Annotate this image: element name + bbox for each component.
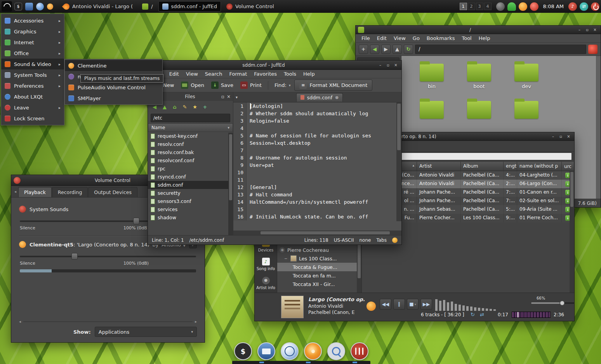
menu-item[interactable]: Office ▸ <box>1 48 64 59</box>
file-row[interactable]: services <box>148 205 233 213</box>
submenu-item[interactable]: PulseAudio Volume Control <box>65 82 162 93</box>
folder-item[interactable] <box>419 101 444 119</box>
menu-item[interactable]: File <box>358 34 373 42</box>
horizontal-scrollbar[interactable] <box>233 231 401 235</box>
submenu-item[interactable]: Clementine <box>65 60 162 71</box>
column-length[interactable]: engt <box>504 162 517 171</box>
menu-item[interactable]: Help <box>300 70 318 78</box>
folder-item[interactable]: bin <box>419 64 444 89</box>
files-path-input[interactable] <box>151 114 230 122</box>
file-row[interactable]: resolv.conf <box>148 140 233 148</box>
taskbar-button[interactable]: Antonio Vivaldi - Largo ( <box>59 1 137 12</box>
vertical-scrollbar[interactable] <box>396 102 401 221</box>
tab-artist-info[interactable]: ⊗ Artist info <box>255 274 277 293</box>
folder-item[interactable]: dev <box>514 64 539 89</box>
tab-list-icon[interactable]: ▾ <box>236 95 238 99</box>
menu-item[interactable]: Tools <box>280 70 300 78</box>
close-button[interactable]: × <box>393 62 399 68</box>
dock-file-manager-icon[interactable] <box>257 342 275 360</box>
menu-item[interactable]: Favorites <box>250 70 280 78</box>
menu-item[interactable]: Leave ▸ <box>1 102 64 113</box>
close-panel-icon[interactable]: × <box>227 94 231 99</box>
back-button[interactable]: ◀ <box>370 45 379 54</box>
menu-item[interactable]: Sound & Video ▸ <box>1 59 64 69</box>
folder-item[interactable]: boot <box>467 64 492 89</box>
file-row[interactable]: request-key.conf <box>148 132 233 140</box>
tray-globe-icon[interactable] <box>496 2 505 11</box>
menu-item[interactable]: Search <box>201 70 226 78</box>
browser-launcher-icon[interactable] <box>36 3 44 10</box>
volume-slider[interactable] <box>531 302 575 304</box>
menu-item[interactable]: Format <box>226 70 250 78</box>
menu-item[interactable]: Internet ▸ <box>1 37 64 48</box>
dock-browser-icon[interactable] <box>281 342 299 360</box>
workspace-button[interactable]: 1 <box>460 3 467 10</box>
clipboard-sync-tray-icon[interactable]: ⇄ <box>580 2 588 11</box>
taskbar-button[interactable]: / <box>138 1 156 12</box>
close-button[interactable]: × <box>592 27 598 33</box>
column-filename[interactable]: name (without p <box>517 162 562 171</box>
slider-knob[interactable] <box>133 218 139 224</box>
column-artist[interactable]: Artist <box>417 162 461 171</box>
print-button[interactable]: ▭ Print <box>237 80 265 90</box>
app-menu-button[interactable] <box>2 1 12 12</box>
scrollbar[interactable] <box>570 171 574 293</box>
next-button[interactable]: ▶▶ <box>420 299 432 310</box>
dock-float-icon[interactable]: ▫ <box>221 94 224 99</box>
slider-knob[interactable] <box>71 253 78 260</box>
scroll-left-icon[interactable]: ◂ <box>19 319 21 324</box>
minimize-button[interactable]: – <box>377 62 384 68</box>
menu-item[interactable]: View <box>182 70 201 78</box>
scrollbar[interactable] <box>596 56 601 199</box>
workspace-button[interactable]: 2 <box>468 3 475 10</box>
root-indicator-icon[interactable] <box>588 45 598 54</box>
volume-tray-icon[interactable]: ♪ <box>568 2 577 11</box>
close-button[interactable]: × <box>565 133 572 139</box>
maximize-button[interactable]: ▫ <box>558 133 564 139</box>
home-icon[interactable]: ⌂ <box>171 103 178 110</box>
file-row[interactable]: resolvconf.conf <box>148 156 233 165</box>
tab-playback[interactable]: Playback <box>18 187 52 197</box>
column-album[interactable]: Album <box>461 162 504 171</box>
menu-item[interactable]: Go <box>409 34 423 42</box>
music-launcher-icon[interactable] <box>47 3 53 10</box>
seek-bar[interactable] <box>512 312 551 318</box>
file-row[interactable]: resolv.conf.bak <box>148 148 233 156</box>
scrollbar[interactable] <box>228 133 233 235</box>
stop-button[interactable]: ■▾ <box>407 299 419 310</box>
refresh-button[interactable]: ↻ <box>404 45 413 54</box>
close-tab-icon[interactable]: ⊗ <box>335 95 339 100</box>
pause-button[interactable]: ‖ <box>393 299 405 310</box>
previous-button[interactable]: ◀◀ <box>380 299 391 310</box>
tab-recording[interactable]: Recording <box>52 187 88 197</box>
minimize-button[interactable]: – <box>550 133 556 139</box>
editor-tab[interactable]: sddm.conf ⊗ <box>296 93 343 102</box>
menu-item[interactable]: Preferences ▸ <box>1 80 64 91</box>
file-row[interactable]: sddm.conf <box>148 181 233 189</box>
workspace-button[interactable]: 3 <box>476 3 483 10</box>
menu-item[interactable]: Bookmarks <box>423 34 459 42</box>
tree-artist-row[interactable]: ⊗ Pierre Cochereau <box>277 246 361 254</box>
menu-item[interactable]: View <box>390 34 409 42</box>
tray-badge-icon[interactable] <box>530 2 538 11</box>
edit-path-icon[interactable]: ✎ <box>181 103 188 110</box>
file-row[interactable]: securetty <box>148 189 233 197</box>
dock-clementine-icon[interactable] <box>304 342 322 360</box>
taskbar-button[interactable]: Volume Control <box>222 1 278 12</box>
submenu-item[interactable]: SMPlayer <box>65 93 162 104</box>
tray-clementine-icon[interactable] <box>519 2 527 11</box>
tray-ghost-icon[interactable] <box>507 2 516 11</box>
power-tray-icon[interactable] <box>591 2 599 11</box>
terminal-launcher-icon[interactable]: $ <box>14 3 22 10</box>
menu-item[interactable]: Graphics ▸ <box>1 26 64 37</box>
shuffle-icon[interactable]: ⇄ <box>480 312 484 317</box>
repeat-icon[interactable]: ↻ <box>471 312 475 317</box>
name-column-header[interactable]: Name▾ <box>148 123 233 132</box>
scroll-right-icon[interactable]: ▸ <box>195 319 197 324</box>
taskbar-button[interactable]: sddm.conf - JuffEd <box>158 1 221 12</box>
save-button[interactable]: ↓ Save <box>208 80 236 90</box>
menu-item[interactable]: Edit <box>373 34 390 42</box>
volume-knob[interactable] <box>560 301 565 305</box>
juffed-titlebar[interactable]: sddm.conf - JuffEd – ▫ × <box>148 61 401 70</box>
maximize-button[interactable]: ▫ <box>584 27 591 33</box>
